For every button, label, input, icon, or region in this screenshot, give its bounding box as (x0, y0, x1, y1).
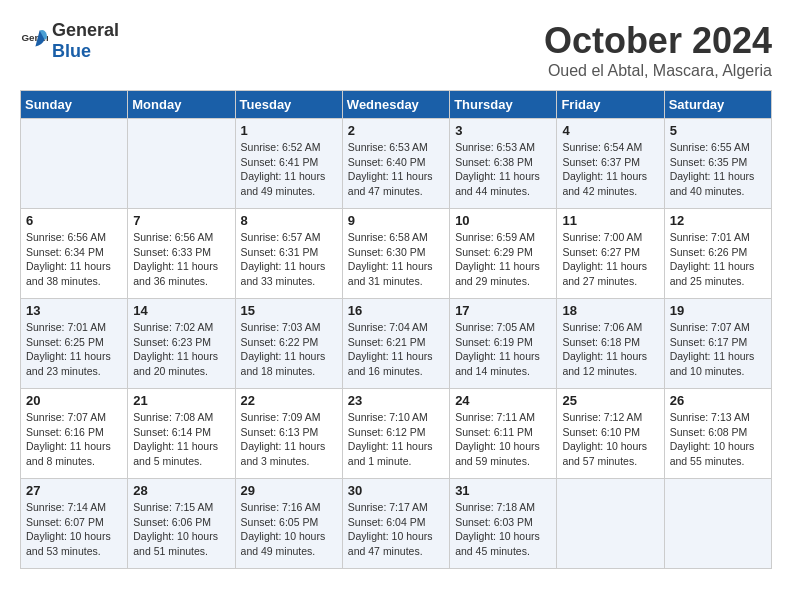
day-number: 3 (455, 123, 551, 138)
calendar-day-5: 5Sunrise: 6:55 AM Sunset: 6:35 PM Daylig… (664, 119, 771, 209)
calendar-day-14: 14Sunrise: 7:02 AM Sunset: 6:23 PM Dayli… (128, 299, 235, 389)
day-info: Sunrise: 6:52 AM Sunset: 6:41 PM Dayligh… (241, 140, 337, 199)
day-number: 29 (241, 483, 337, 498)
calendar-day-13: 13Sunrise: 7:01 AM Sunset: 6:25 PM Dayli… (21, 299, 128, 389)
day-number: 5 (670, 123, 766, 138)
day-info: Sunrise: 7:16 AM Sunset: 6:05 PM Dayligh… (241, 500, 337, 559)
day-info: Sunrise: 6:55 AM Sunset: 6:35 PM Dayligh… (670, 140, 766, 199)
weekday-header-sunday: Sunday (21, 91, 128, 119)
day-info: Sunrise: 7:14 AM Sunset: 6:07 PM Dayligh… (26, 500, 122, 559)
day-info: Sunrise: 6:58 AM Sunset: 6:30 PM Dayligh… (348, 230, 444, 289)
day-info: Sunrise: 7:07 AM Sunset: 6:16 PM Dayligh… (26, 410, 122, 469)
calendar-day-31: 31Sunrise: 7:18 AM Sunset: 6:03 PM Dayli… (450, 479, 557, 569)
day-info: Sunrise: 7:01 AM Sunset: 6:26 PM Dayligh… (670, 230, 766, 289)
day-number: 1 (241, 123, 337, 138)
day-info: Sunrise: 6:53 AM Sunset: 6:38 PM Dayligh… (455, 140, 551, 199)
day-number: 20 (26, 393, 122, 408)
month-title: October 2024 (544, 20, 772, 62)
day-number: 21 (133, 393, 229, 408)
calendar-day-22: 22Sunrise: 7:09 AM Sunset: 6:13 PM Dayli… (235, 389, 342, 479)
logo-icon: General (20, 27, 48, 55)
day-number: 26 (670, 393, 766, 408)
weekday-header-monday: Monday (128, 91, 235, 119)
day-info: Sunrise: 7:10 AM Sunset: 6:12 PM Dayligh… (348, 410, 444, 469)
logo-general-text: General (52, 20, 119, 40)
calendar-day-2: 2Sunrise: 6:53 AM Sunset: 6:40 PM Daylig… (342, 119, 449, 209)
day-info: Sunrise: 7:12 AM Sunset: 6:10 PM Dayligh… (562, 410, 658, 469)
day-number: 18 (562, 303, 658, 318)
day-number: 16 (348, 303, 444, 318)
weekday-header-tuesday: Tuesday (235, 91, 342, 119)
calendar-day-26: 26Sunrise: 7:13 AM Sunset: 6:08 PM Dayli… (664, 389, 771, 479)
calendar-day-28: 28Sunrise: 7:15 AM Sunset: 6:06 PM Dayli… (128, 479, 235, 569)
calendar-day-12: 12Sunrise: 7:01 AM Sunset: 6:26 PM Dayli… (664, 209, 771, 299)
calendar-day-23: 23Sunrise: 7:10 AM Sunset: 6:12 PM Dayli… (342, 389, 449, 479)
day-number: 30 (348, 483, 444, 498)
day-number: 10 (455, 213, 551, 228)
weekday-header-friday: Friday (557, 91, 664, 119)
calendar-day-4: 4Sunrise: 6:54 AM Sunset: 6:37 PM Daylig… (557, 119, 664, 209)
day-number: 17 (455, 303, 551, 318)
day-number: 27 (26, 483, 122, 498)
day-number: 11 (562, 213, 658, 228)
calendar-day-10: 10Sunrise: 6:59 AM Sunset: 6:29 PM Dayli… (450, 209, 557, 299)
day-info: Sunrise: 7:02 AM Sunset: 6:23 PM Dayligh… (133, 320, 229, 379)
title-block: October 2024 Oued el Abtal, Mascara, Alg… (544, 20, 772, 80)
calendar-week-row: 6Sunrise: 6:56 AM Sunset: 6:34 PM Daylig… (21, 209, 772, 299)
calendar-day-16: 16Sunrise: 7:04 AM Sunset: 6:21 PM Dayli… (342, 299, 449, 389)
calendar-week-row: 13Sunrise: 7:01 AM Sunset: 6:25 PM Dayli… (21, 299, 772, 389)
day-info: Sunrise: 7:04 AM Sunset: 6:21 PM Dayligh… (348, 320, 444, 379)
day-number: 24 (455, 393, 551, 408)
day-info: Sunrise: 7:11 AM Sunset: 6:11 PM Dayligh… (455, 410, 551, 469)
day-info: Sunrise: 7:18 AM Sunset: 6:03 PM Dayligh… (455, 500, 551, 559)
day-number: 12 (670, 213, 766, 228)
calendar-header-row: SundayMondayTuesdayWednesdayThursdayFrid… (21, 91, 772, 119)
day-number: 19 (670, 303, 766, 318)
calendar-day-18: 18Sunrise: 7:06 AM Sunset: 6:18 PM Dayli… (557, 299, 664, 389)
calendar-week-row: 27Sunrise: 7:14 AM Sunset: 6:07 PM Dayli… (21, 479, 772, 569)
day-info: Sunrise: 6:59 AM Sunset: 6:29 PM Dayligh… (455, 230, 551, 289)
calendar-day-1: 1Sunrise: 6:52 AM Sunset: 6:41 PM Daylig… (235, 119, 342, 209)
day-info: Sunrise: 7:03 AM Sunset: 6:22 PM Dayligh… (241, 320, 337, 379)
day-number: 22 (241, 393, 337, 408)
calendar-empty-cell (128, 119, 235, 209)
day-info: Sunrise: 7:08 AM Sunset: 6:14 PM Dayligh… (133, 410, 229, 469)
day-number: 28 (133, 483, 229, 498)
day-info: Sunrise: 6:57 AM Sunset: 6:31 PM Dayligh… (241, 230, 337, 289)
calendar-empty-cell (557, 479, 664, 569)
weekday-header-wednesday: Wednesday (342, 91, 449, 119)
calendar-day-8: 8Sunrise: 6:57 AM Sunset: 6:31 PM Daylig… (235, 209, 342, 299)
day-number: 25 (562, 393, 658, 408)
calendar-empty-cell (664, 479, 771, 569)
day-number: 8 (241, 213, 337, 228)
calendar-empty-cell (21, 119, 128, 209)
calendar-day-15: 15Sunrise: 7:03 AM Sunset: 6:22 PM Dayli… (235, 299, 342, 389)
page-header: General General Blue October 2024 Oued e… (20, 20, 772, 80)
calendar-day-7: 7Sunrise: 6:56 AM Sunset: 6:33 PM Daylig… (128, 209, 235, 299)
day-info: Sunrise: 7:07 AM Sunset: 6:17 PM Dayligh… (670, 320, 766, 379)
calendar-day-20: 20Sunrise: 7:07 AM Sunset: 6:16 PM Dayli… (21, 389, 128, 479)
weekday-header-thursday: Thursday (450, 91, 557, 119)
calendar-week-row: 1Sunrise: 6:52 AM Sunset: 6:41 PM Daylig… (21, 119, 772, 209)
calendar-day-9: 9Sunrise: 6:58 AM Sunset: 6:30 PM Daylig… (342, 209, 449, 299)
calendar-table: SundayMondayTuesdayWednesdayThursdayFrid… (20, 90, 772, 569)
day-info: Sunrise: 7:13 AM Sunset: 6:08 PM Dayligh… (670, 410, 766, 469)
calendar-day-29: 29Sunrise: 7:16 AM Sunset: 6:05 PM Dayli… (235, 479, 342, 569)
calendar-day-24: 24Sunrise: 7:11 AM Sunset: 6:11 PM Dayli… (450, 389, 557, 479)
day-info: Sunrise: 7:17 AM Sunset: 6:04 PM Dayligh… (348, 500, 444, 559)
day-number: 13 (26, 303, 122, 318)
weekday-header-saturday: Saturday (664, 91, 771, 119)
day-number: 9 (348, 213, 444, 228)
location-subtitle: Oued el Abtal, Mascara, Algeria (544, 62, 772, 80)
calendar-week-row: 20Sunrise: 7:07 AM Sunset: 6:16 PM Dayli… (21, 389, 772, 479)
day-info: Sunrise: 6:56 AM Sunset: 6:34 PM Dayligh… (26, 230, 122, 289)
logo: General General Blue (20, 20, 119, 62)
calendar-day-6: 6Sunrise: 6:56 AM Sunset: 6:34 PM Daylig… (21, 209, 128, 299)
day-info: Sunrise: 6:53 AM Sunset: 6:40 PM Dayligh… (348, 140, 444, 199)
day-number: 14 (133, 303, 229, 318)
day-number: 15 (241, 303, 337, 318)
calendar-day-3: 3Sunrise: 6:53 AM Sunset: 6:38 PM Daylig… (450, 119, 557, 209)
day-info: Sunrise: 7:06 AM Sunset: 6:18 PM Dayligh… (562, 320, 658, 379)
day-info: Sunrise: 7:01 AM Sunset: 6:25 PM Dayligh… (26, 320, 122, 379)
day-info: Sunrise: 6:54 AM Sunset: 6:37 PM Dayligh… (562, 140, 658, 199)
